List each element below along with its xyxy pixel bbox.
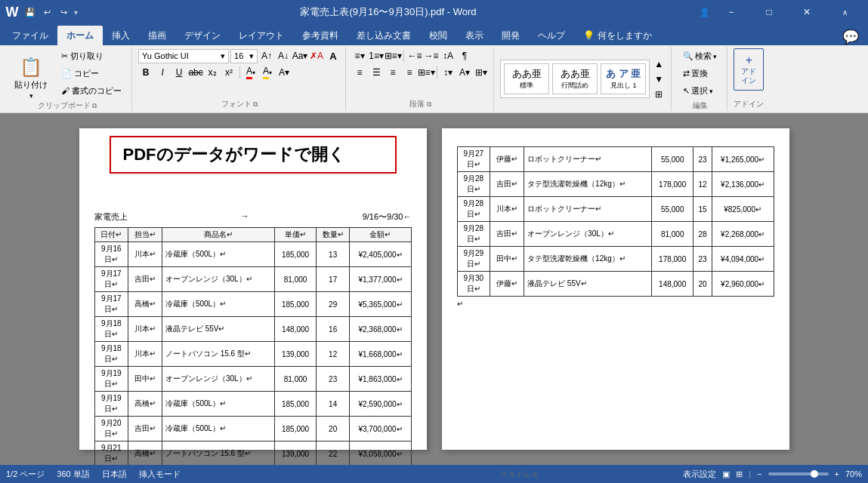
user-icon[interactable]: 👤 bbox=[699, 6, 711, 18]
view-double-icon[interactable]: ⊞ bbox=[736, 469, 743, 479]
font-case-button[interactable]: Aa▾ bbox=[292, 48, 307, 63]
styles-scroll-up[interactable]: ▲ bbox=[651, 57, 666, 72]
tab-search[interactable]: 💡 何をしますか bbox=[574, 26, 661, 45]
language[interactable]: 日本語 bbox=[102, 469, 127, 480]
font-highlight-button[interactable]: A bbox=[326, 48, 341, 63]
paste-button[interactable]: 📋 貼り付け ▾ bbox=[8, 53, 54, 95]
superscript-button[interactable]: x² bbox=[221, 65, 236, 80]
align-center-button[interactable]: ☰ bbox=[369, 65, 384, 80]
select-icon: ↖ bbox=[683, 86, 690, 96]
maximize-button[interactable]: □ bbox=[752, 0, 786, 24]
input-mode[interactable]: 挿入モード bbox=[139, 469, 181, 480]
font-size-selector[interactable]: 16 ▾ bbox=[230, 49, 258, 63]
underline-button[interactable]: U bbox=[171, 65, 187, 80]
minimize-button[interactable]: − bbox=[714, 0, 749, 24]
col-qty: 数量↵ bbox=[316, 228, 350, 242]
tab-mailings[interactable]: 差し込み文書 bbox=[348, 26, 420, 45]
addin-button[interactable]: + アドイン bbox=[734, 48, 764, 91]
border-button[interactable]: ⊞▾ bbox=[474, 65, 489, 80]
tab-references[interactable]: 参考資料 bbox=[293, 26, 348, 45]
zoom-in-button[interactable]: + bbox=[835, 469, 839, 478]
page1-table: 日付↵ 担当↵ 商品名↵ 単価↵ 数量↵ 金額↵ 9月16日↵川本↵冷蔵庫（50… bbox=[94, 227, 412, 465]
select-button[interactable]: ↖ 選択 ▾ bbox=[678, 83, 722, 99]
font-dropdown-icon: ▾ bbox=[221, 51, 225, 61]
word-count[interactable]: 360 単語 bbox=[57, 469, 89, 480]
highlight-color-button[interactable]: A ▾ bbox=[260, 65, 275, 80]
chat-icon[interactable]: 💬 bbox=[836, 29, 865, 45]
redo-icon[interactable]: ↪ bbox=[57, 6, 70, 18]
page1-header: 家電売上 → 9/16〜9/30← bbox=[94, 211, 412, 223]
view-single-icon[interactable]: ▣ bbox=[722, 469, 730, 479]
tab-layout[interactable]: レイアウト bbox=[230, 26, 293, 45]
tab-dev[interactable]: 開発 bbox=[493, 26, 529, 45]
display-settings[interactable]: 表示設定 bbox=[683, 469, 716, 480]
clipboard-row: 📋 貼り付け ▾ ✂ 切り取り 📄 コピー 🖌 書式のコピー bbox=[8, 48, 127, 99]
search-button[interactable]: 🔍 検索 ▾ bbox=[678, 48, 722, 64]
style-standard[interactable]: ああ亜 標準 bbox=[504, 63, 549, 94]
table-row: 9月30日↵伊藤↵液晶テレビ 55V↵148,00020¥2,960,000↵ bbox=[457, 272, 774, 297]
format-painter-button[interactable]: 🖌 書式のコピー bbox=[56, 83, 127, 99]
save-icon[interactable]: 💾 bbox=[24, 6, 36, 18]
tab-review[interactable]: 校閲 bbox=[420, 26, 456, 45]
ribbon-group-styles: ああ亜 標準 ああ亜 行間詰め あ ア 亜 見出し 1 ▲ ▼ ⊞ スタイル ⧉ bbox=[496, 47, 672, 111]
tab-view[interactable]: 表示 bbox=[456, 26, 493, 45]
tab-insert[interactable]: 挿入 bbox=[103, 26, 139, 45]
table-row: 9月16日↵川本↵冷蔵庫（500L）↵185,00013¥2,405,000↵ bbox=[94, 242, 411, 267]
font-color-button[interactable]: A ▾ bbox=[243, 65, 258, 80]
show-marks-button[interactable]: ¶ bbox=[457, 48, 472, 63]
align-left-button[interactable]: ≡ bbox=[352, 65, 367, 80]
subscript-button[interactable]: x₂ bbox=[205, 65, 220, 80]
col-staff: 担当↵ bbox=[128, 228, 162, 242]
styles-scroll: ▲ ▼ ⊞ bbox=[651, 57, 666, 102]
ribbon: 📋 貼り付け ▾ ✂ 切り取り 📄 コピー 🖌 書式のコピー クリップボード ⧉… bbox=[0, 45, 868, 113]
cut-button[interactable]: ✂ 切り取り bbox=[56, 48, 127, 64]
document-area: PDFのデータがワードで開く 家電売上 → 9/16〜9/30← 日付↵ 担当↵… bbox=[0, 113, 868, 465]
page-info[interactable]: 1/2 ページ bbox=[6, 469, 45, 480]
zoom-thumb bbox=[811, 470, 818, 478]
strikethrough-button[interactable]: abc bbox=[188, 65, 203, 80]
bold-button[interactable]: B bbox=[138, 65, 153, 80]
replace-button[interactable]: ⇄ 置換 bbox=[678, 66, 722, 82]
replace-icon: ⇄ bbox=[683, 69, 690, 78]
tab-help[interactable]: ヘルプ bbox=[529, 26, 574, 45]
table-row: 9月18日↵川本↵液晶テレビ 55V↵148,00016¥2,368,000↵ bbox=[94, 317, 411, 342]
close-button[interactable]: ✕ bbox=[789, 0, 824, 24]
styles-expand[interactable]: ⊞ bbox=[651, 87, 666, 102]
justify-button[interactable]: ≡ bbox=[402, 65, 417, 80]
styles-scroll-down[interactable]: ▼ bbox=[651, 72, 666, 87]
tab-home[interactable]: ホーム bbox=[57, 26, 103, 45]
paragraph-row2: ≡ ☰ ≡ ≡ ⊞≡▾ ↕▾ A▾ ⊞▾ bbox=[352, 65, 489, 80]
sort-button[interactable]: ↕A bbox=[440, 48, 456, 63]
font-name-selector[interactable]: Yu Gothic UI ▾ bbox=[138, 49, 229, 63]
font-grow-button[interactable]: A↑ bbox=[259, 48, 274, 63]
increase-indent-button[interactable]: →≡ bbox=[424, 48, 439, 63]
align-right-button[interactable]: ≡ bbox=[385, 65, 400, 80]
align-options-button[interactable]: ⊞≡▾ bbox=[419, 65, 434, 80]
styles-label: スタイル ⧉ bbox=[500, 468, 537, 480]
list-multilevel-button[interactable]: ⊞≡▾ bbox=[385, 48, 400, 63]
zoom-slider[interactable] bbox=[768, 472, 829, 475]
tab-file[interactable]: ファイル bbox=[3, 26, 57, 45]
style-heading1[interactable]: あ ア 亜 見出し 1 bbox=[601, 63, 646, 94]
tab-design[interactable]: デザイン bbox=[175, 26, 230, 45]
style-compact[interactable]: ああ亜 行間詰め bbox=[552, 63, 598, 94]
undo-icon[interactable]: ↩ bbox=[41, 6, 53, 18]
tab-draw[interactable]: 描画 bbox=[139, 26, 175, 45]
table-row: 9月28日↵吉田↵タテ型洗濯乾燥機（12kg）↵178,00012¥2,136,… bbox=[457, 172, 774, 197]
font-outline-button[interactable]: A▾ bbox=[276, 65, 292, 80]
decrease-indent-button[interactable]: ←≡ bbox=[407, 48, 422, 63]
paste-dropdown-icon[interactable]: ▾ bbox=[29, 92, 33, 100]
shading-button[interactable]: A▾ bbox=[457, 65, 472, 80]
list-unordered-button[interactable]: ≡▾ bbox=[352, 48, 367, 63]
page2-table: 9月27日↵伊藤↵ロボットクリーナー↵55,00023¥1,265,000↵ 9… bbox=[457, 146, 774, 297]
copy-button[interactable]: 📄 コピー bbox=[56, 66, 127, 82]
font-shrink-button[interactable]: A↓ bbox=[276, 48, 291, 63]
list-ordered-button[interactable]: 1≡▾ bbox=[369, 48, 384, 63]
clear-format-button[interactable]: ✗A bbox=[309, 48, 324, 63]
ribbon-collapse-button[interactable]: ∧ bbox=[827, 0, 862, 24]
line-spacing-button[interactable]: ↕▾ bbox=[440, 65, 456, 80]
zoom-level[interactable]: 70% bbox=[845, 469, 862, 478]
italic-button[interactable]: I bbox=[155, 65, 170, 80]
select-dropdown-icon: ▾ bbox=[709, 88, 713, 95]
zoom-out-button[interactable]: − bbox=[757, 469, 761, 478]
